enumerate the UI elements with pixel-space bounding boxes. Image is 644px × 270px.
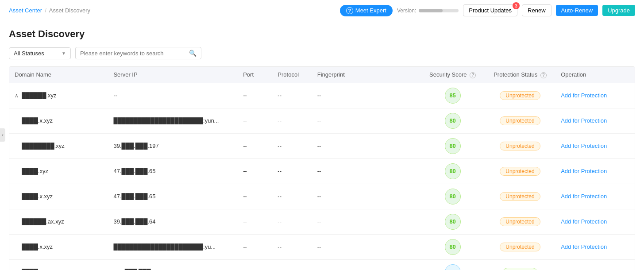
score-cell: 80 [420, 108, 484, 133]
sidebar-toggle[interactable]: ‹ [0, 128, 5, 142]
domain-name: ████.x.xyz [22, 193, 53, 200]
fingerprint-value: -- [317, 218, 321, 225]
status-cell: Unprotected [485, 184, 555, 209]
table-row: ████.x.xyz 47.███.███.65 -- -- -- 80 Unp… [9, 184, 635, 209]
fingerprint-cell: -- [312, 184, 421, 209]
meet-expert-button[interactable]: ? Meet Expert [340, 5, 393, 16]
upgrade-button[interactable]: Upgrade [602, 5, 635, 16]
port-cell: -- [238, 234, 272, 259]
score-cell: 80 [420, 209, 484, 234]
col-server-ip: Server IP [108, 67, 238, 83]
score-cell: 100 [420, 259, 484, 270]
protocol-cell: -- [272, 234, 312, 259]
port-cell: -- [238, 259, 272, 270]
add-protection-button[interactable]: Add for Protection [561, 193, 607, 200]
fingerprint-value: -- [317, 92, 321, 99]
domain-name: ██████.xyz [22, 92, 56, 99]
domain-cell: ████.x.xyz [9, 234, 108, 259]
col-port: Port [238, 67, 272, 83]
status-cell: Unprotected [485, 83, 555, 108]
add-protection-button[interactable]: Add for Protection [561, 92, 607, 99]
score-badge: 80 [445, 239, 461, 255]
score-cell: 80 [420, 133, 484, 158]
domain-name: ████.x.xyz [22, 243, 53, 250]
table-row: ██████.ax.xyz 39.███.███.64 -- -- -- 80 … [9, 209, 635, 234]
search-icon[interactable]: 🔍 [189, 50, 197, 57]
status-badge: Unprotected [500, 217, 540, 226]
search-input[interactable] [80, 50, 186, 57]
domain-cell: ██████.ax.xyz [9, 209, 108, 234]
breadcrumb-asset-center[interactable]: Asset Center [9, 7, 42, 14]
table-row: ████.xyz 47.███.███.65 -- -- -- 80 Unpro… [9, 158, 635, 184]
port-cell: -- [238, 158, 272, 184]
status-cell: Protected [485, 259, 555, 270]
domain-cell: ████.x.xyz [9, 184, 108, 209]
domain-name: ████.x.xyz [22, 117, 53, 124]
protocol-cell: -- [272, 108, 312, 133]
protocol-cell: -- [272, 83, 312, 108]
status-badge: Unprotected [500, 192, 540, 201]
col-operation: Operation [555, 67, 635, 83]
fingerprint-cell: -- [312, 133, 421, 158]
fingerprint-cell: -- [312, 234, 421, 259]
col-fingerprint: Fingerprint [312, 67, 421, 83]
status-badge: Unprotected [500, 142, 540, 150]
protection-status-help-icon[interactable]: ? [540, 72, 547, 78]
version-box: Version: [397, 8, 459, 14]
chevron-down-icon: ▼ [62, 51, 66, 56]
status-badge: Unprotected [500, 116, 540, 125]
score-cell: 80 [420, 184, 484, 209]
fingerprint-cell: -- [312, 83, 421, 108]
col-domain: Domain Name [9, 67, 108, 83]
operation-cell: Add for Protection [555, 133, 635, 158]
product-updates-label: Product Updates [469, 7, 512, 14]
renew-button[interactable]: Renew [522, 4, 551, 16]
operation-cell: Add for Protection [555, 158, 635, 184]
operation-cell: Add for Protection [555, 108, 635, 133]
product-updates-button[interactable]: Product Updates 3 [463, 4, 517, 16]
col-security-score: Security Score ? [420, 67, 484, 83]
header: Asset Center / Asset Discovery ? Meet Ex… [0, 0, 644, 21]
table-row: ████.x.xyz ██████████████████████:yu... … [9, 234, 635, 259]
add-protection-button[interactable]: Add for Protection [561, 218, 607, 225]
add-protection-button[interactable]: Add for Protection [561, 143, 607, 149]
score-cell: 80 [420, 158, 484, 184]
page-content: Asset Discovery All Statuses ▼ 🔍 Domain … [0, 21, 644, 270]
protocol-cell: -- [272, 259, 312, 270]
server-ip-cell: ██████████████████████:yun... [108, 108, 238, 133]
score-badge: 80 [445, 189, 461, 204]
question-icon: ? [346, 7, 353, 14]
asset-table: Domain Name Server IP Port Protocol Fing… [9, 66, 635, 270]
status-cell: Unprotected [485, 108, 555, 133]
score-badge: 100 [445, 264, 461, 270]
product-updates-badge: 3 [513, 2, 520, 9]
server-ip-cell: 39.███.███.64 [108, 209, 238, 234]
filters: All Statuses ▼ 🔍 [9, 47, 635, 59]
add-protection-button[interactable]: Add for Protection [561, 243, 607, 250]
header-right: ? Meet Expert Version: Product Updates 3… [340, 4, 635, 16]
security-score-help-icon[interactable]: ? [470, 72, 476, 78]
status-select[interactable]: All Statuses ▼ [9, 47, 71, 59]
fingerprint-cell: -- [312, 108, 421, 133]
operation-cell: Assets Details [555, 259, 635, 270]
status-cell: Unprotected [485, 234, 555, 259]
add-protection-button[interactable]: Add for Protection [561, 117, 607, 124]
server-ip-cell: ██████████████████████:yu... [108, 234, 238, 259]
auto-renew-button[interactable]: Auto-Renew [556, 5, 598, 16]
add-protection-button[interactable]: Add for Protection [561, 168, 607, 174]
score-badge: 80 [445, 163, 461, 179]
port-cell: -- [238, 184, 272, 209]
status-badge: Unprotected [500, 243, 540, 251]
domain-cell: ████.x.xyz [9, 108, 108, 133]
breadcrumb-current: Asset Discovery [49, 7, 90, 14]
version-bar [419, 9, 459, 12]
score-badge: 80 [445, 138, 461, 154]
status-badge: Unprotected [500, 91, 540, 100]
operation-cell: Add for Protection [555, 209, 635, 234]
col-protection-status: Protection Status ? [485, 67, 555, 83]
expand-toggle[interactable]: ∧ [15, 93, 19, 99]
port-cell: -- [238, 108, 272, 133]
protocol-cell: -- [272, 133, 312, 158]
domain-name: ██████.ax.xyz [22, 218, 64, 225]
status-cell: Unprotected [485, 158, 555, 184]
